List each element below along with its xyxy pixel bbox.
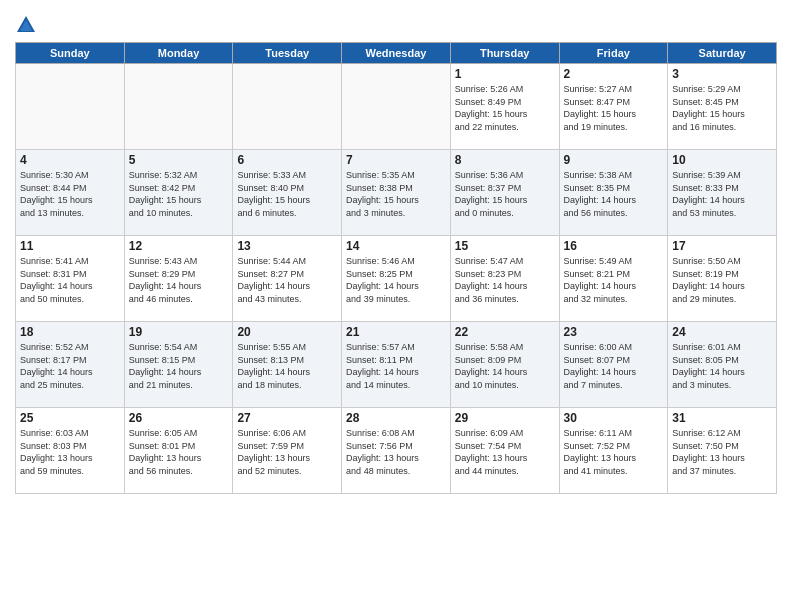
calendar-cell: 28Sunrise: 6:08 AMSunset: 7:56 PMDayligh…: [342, 408, 451, 494]
day-info: Daylight: 15 hours: [672, 108, 772, 121]
calendar-page: SundayMondayTuesdayWednesdayThursdayFrid…: [0, 0, 792, 612]
calendar-cell: [16, 64, 125, 150]
day-info: and 53 minutes.: [672, 207, 772, 220]
day-info: Sunrise: 6:11 AM: [564, 427, 664, 440]
calendar-cell: 27Sunrise: 6:06 AMSunset: 7:59 PMDayligh…: [233, 408, 342, 494]
day-info: Sunrise: 5:44 AM: [237, 255, 337, 268]
calendar-cell: [342, 64, 451, 150]
day-info: and 39 minutes.: [346, 293, 446, 306]
calendar-cell: 7Sunrise: 5:35 AMSunset: 8:38 PMDaylight…: [342, 150, 451, 236]
day-info: Daylight: 14 hours: [564, 280, 664, 293]
week-row-5: 25Sunrise: 6:03 AMSunset: 8:03 PMDayligh…: [16, 408, 777, 494]
calendar-cell: 6Sunrise: 5:33 AMSunset: 8:40 PMDaylight…: [233, 150, 342, 236]
day-info: Sunset: 8:21 PM: [564, 268, 664, 281]
day-info: Sunset: 8:47 PM: [564, 96, 664, 109]
day-number: 3: [672, 67, 772, 81]
day-info: Sunrise: 5:30 AM: [20, 169, 120, 182]
calendar-cell: 22Sunrise: 5:58 AMSunset: 8:09 PMDayligh…: [450, 322, 559, 408]
day-info: Sunrise: 6:09 AM: [455, 427, 555, 440]
day-info: Daylight: 14 hours: [20, 366, 120, 379]
calendar-cell: 3Sunrise: 5:29 AMSunset: 8:45 PMDaylight…: [668, 64, 777, 150]
day-info: Sunrise: 5:41 AM: [20, 255, 120, 268]
day-info: Sunrise: 5:38 AM: [564, 169, 664, 182]
calendar-cell: [233, 64, 342, 150]
day-info: Daylight: 14 hours: [455, 366, 555, 379]
day-number: 30: [564, 411, 664, 425]
day-info: Sunset: 8:11 PM: [346, 354, 446, 367]
logo: [15, 14, 41, 36]
day-info: Sunset: 8:37 PM: [455, 182, 555, 195]
day-info: Sunrise: 6:00 AM: [564, 341, 664, 354]
day-number: 21: [346, 325, 446, 339]
day-info: and 19 minutes.: [564, 121, 664, 134]
day-info: Sunrise: 5:47 AM: [455, 255, 555, 268]
day-info: Daylight: 14 hours: [129, 280, 229, 293]
day-info: Daylight: 14 hours: [455, 280, 555, 293]
day-info: Sunset: 8:19 PM: [672, 268, 772, 281]
day-info: Sunrise: 5:29 AM: [672, 83, 772, 96]
day-info: Sunset: 8:17 PM: [20, 354, 120, 367]
day-number: 26: [129, 411, 229, 425]
day-info: Sunset: 8:44 PM: [20, 182, 120, 195]
day-number: 29: [455, 411, 555, 425]
day-info: Sunset: 8:15 PM: [129, 354, 229, 367]
calendar-cell: 13Sunrise: 5:44 AMSunset: 8:27 PMDayligh…: [233, 236, 342, 322]
calendar-cell: 2Sunrise: 5:27 AMSunset: 8:47 PMDaylight…: [559, 64, 668, 150]
week-row-3: 11Sunrise: 5:41 AMSunset: 8:31 PMDayligh…: [16, 236, 777, 322]
day-info: Sunrise: 5:36 AM: [455, 169, 555, 182]
calendar-cell: 11Sunrise: 5:41 AMSunset: 8:31 PMDayligh…: [16, 236, 125, 322]
day-number: 18: [20, 325, 120, 339]
weekday-header-wednesday: Wednesday: [342, 43, 451, 64]
day-info: and 14 minutes.: [346, 379, 446, 392]
weekday-header-tuesday: Tuesday: [233, 43, 342, 64]
day-number: 1: [455, 67, 555, 81]
day-info: Daylight: 15 hours: [455, 108, 555, 121]
day-info: Sunset: 8:40 PM: [237, 182, 337, 195]
calendar-cell: 29Sunrise: 6:09 AMSunset: 7:54 PMDayligh…: [450, 408, 559, 494]
day-info: Daylight: 14 hours: [672, 194, 772, 207]
day-info: Sunrise: 5:26 AM: [455, 83, 555, 96]
calendar-cell: 23Sunrise: 6:00 AMSunset: 8:07 PMDayligh…: [559, 322, 668, 408]
day-info: Daylight: 14 hours: [564, 366, 664, 379]
day-info: and 41 minutes.: [564, 465, 664, 478]
day-info: and 0 minutes.: [455, 207, 555, 220]
day-number: 17: [672, 239, 772, 253]
day-info: Sunset: 8:27 PM: [237, 268, 337, 281]
day-info: Sunset: 8:09 PM: [455, 354, 555, 367]
calendar-cell: 4Sunrise: 5:30 AMSunset: 8:44 PMDaylight…: [16, 150, 125, 236]
calendar-cell: 21Sunrise: 5:57 AMSunset: 8:11 PMDayligh…: [342, 322, 451, 408]
day-info: and 44 minutes.: [455, 465, 555, 478]
day-info: Sunset: 8:42 PM: [129, 182, 229, 195]
day-info: Sunset: 8:35 PM: [564, 182, 664, 195]
day-info: and 3 minutes.: [346, 207, 446, 220]
day-info: Sunset: 7:52 PM: [564, 440, 664, 453]
day-info: Sunset: 8:23 PM: [455, 268, 555, 281]
day-info: Sunset: 8:07 PM: [564, 354, 664, 367]
day-number: 5: [129, 153, 229, 167]
day-info: Sunset: 8:13 PM: [237, 354, 337, 367]
day-number: 24: [672, 325, 772, 339]
calendar-cell: 26Sunrise: 6:05 AMSunset: 8:01 PMDayligh…: [124, 408, 233, 494]
day-info: Sunrise: 6:08 AM: [346, 427, 446, 440]
day-info: Daylight: 14 hours: [672, 280, 772, 293]
day-number: 6: [237, 153, 337, 167]
calendar-cell: 5Sunrise: 5:32 AMSunset: 8:42 PMDaylight…: [124, 150, 233, 236]
logo-icon: [15, 14, 37, 36]
day-info: Sunrise: 5:58 AM: [455, 341, 555, 354]
day-info: Sunrise: 5:52 AM: [20, 341, 120, 354]
day-info: and 46 minutes.: [129, 293, 229, 306]
day-info: and 22 minutes.: [455, 121, 555, 134]
day-info: Daylight: 14 hours: [346, 280, 446, 293]
day-info: Sunrise: 5:43 AM: [129, 255, 229, 268]
day-info: Sunrise: 5:33 AM: [237, 169, 337, 182]
day-info: Sunset: 8:03 PM: [20, 440, 120, 453]
calendar-cell: 31Sunrise: 6:12 AMSunset: 7:50 PMDayligh…: [668, 408, 777, 494]
day-info: and 37 minutes.: [672, 465, 772, 478]
day-info: Sunset: 8:29 PM: [129, 268, 229, 281]
day-number: 9: [564, 153, 664, 167]
day-info: and 56 minutes.: [564, 207, 664, 220]
calendar-cell: 14Sunrise: 5:46 AMSunset: 8:25 PMDayligh…: [342, 236, 451, 322]
weekday-header-friday: Friday: [559, 43, 668, 64]
day-number: 19: [129, 325, 229, 339]
day-number: 23: [564, 325, 664, 339]
